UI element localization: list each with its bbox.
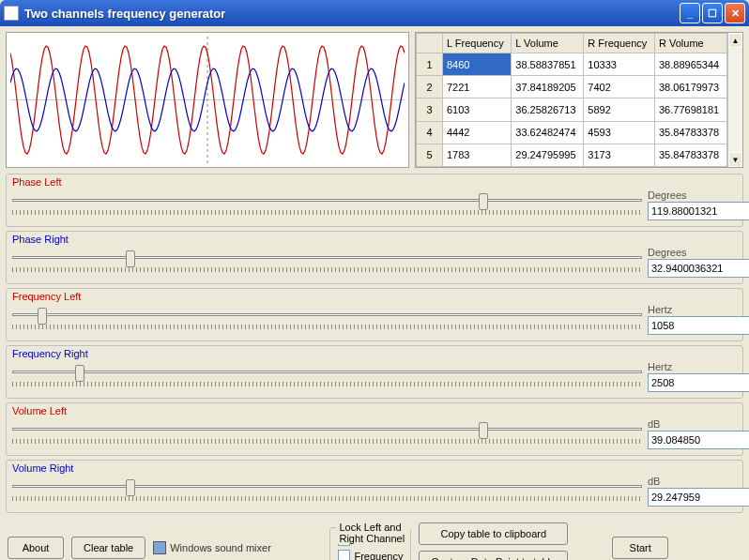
vol-right-slider[interactable]: [12, 476, 642, 498]
slider-thumb[interactable]: [126, 479, 135, 496]
minimize-button[interactable]: _: [680, 3, 700, 23]
phase-right-unit: Degrees: [648, 247, 737, 258]
mixer-label: Windows sound mixer: [170, 542, 271, 553]
about-button[interactable]: About: [8, 537, 64, 559]
slider-thumb[interactable]: [479, 422, 488, 439]
data-table-panel: L Frequency L Volume R Frequency R Volum…: [415, 32, 743, 168]
freq-right-group: Frequency Right Hertz ▲▼: [6, 345, 743, 399]
col-r-volume[interactable]: R Volume: [654, 34, 726, 53]
cell-l-frequency[interactable]: 6103: [443, 98, 512, 121]
slider-thumb[interactable]: [38, 308, 47, 325]
cell-r-volume[interactable]: 36.77698181: [654, 98, 726, 121]
waveform-panel: [6, 32, 409, 168]
phase-left-input[interactable]: [648, 202, 749, 220]
row-header: 4: [417, 121, 443, 144]
cell-l-volume[interactable]: 36.25826713: [512, 98, 584, 121]
mixer-icon: [153, 541, 166, 554]
cell-l-frequency[interactable]: 1783: [443, 144, 512, 166]
vol-left-label: Volume Left: [12, 405, 737, 416]
start-button[interactable]: Start: [612, 537, 668, 559]
cell-r-volume[interactable]: 35.84783378: [654, 121, 726, 144]
freq-left-slider[interactable]: [12, 304, 642, 326]
lock-frequency-label: Frequency: [354, 551, 403, 561]
slider-thumb[interactable]: [75, 365, 84, 382]
slider-thumb[interactable]: [126, 250, 135, 267]
col-l-frequency[interactable]: L Frequency: [443, 34, 512, 53]
row-header: 1: [417, 53, 443, 76]
phase-right-group: Phase Right Degrees: [6, 231, 743, 284]
lock-channel-group: Lock Left and Right Channel Volume Frequ…: [329, 527, 411, 560]
table-corner: [417, 34, 443, 53]
cell-l-frequency[interactable]: 8460: [443, 53, 512, 76]
table-row[interactable]: 2 7221 37.84189205 7402 38.06179973: [417, 76, 727, 98]
freq-right-unit: Hertz: [648, 361, 737, 372]
vol-right-input[interactable]: [648, 488, 749, 507]
table-row[interactable]: 5 1783 29.24795995 3173 35.84783378: [417, 144, 727, 166]
cell-l-volume[interactable]: 38.58837851: [512, 53, 584, 76]
phase-right-slider[interactable]: [12, 247, 642, 269]
phase-right-input[interactable]: [648, 259, 749, 278]
freq-left-group: Frequency Left Hertz ▲▼: [6, 288, 743, 341]
maximize-button[interactable]: ☐: [702, 3, 723, 23]
cell-l-volume[interactable]: 29.24795995: [512, 144, 584, 166]
row-header: 5: [417, 144, 443, 166]
app-icon: [4, 6, 19, 21]
table-row[interactable]: 3 6103 36.25826713 5892 36.77698181: [417, 98, 727, 121]
col-l-volume[interactable]: L Volume: [512, 34, 584, 53]
col-r-frequency[interactable]: R Frequency: [584, 34, 655, 53]
lock-group-title: Lock Left and Right Channel: [336, 522, 410, 544]
phase-right-label: Phase Right: [12, 234, 737, 245]
freq-left-unit: Hertz: [648, 304, 737, 315]
cell-r-frequency[interactable]: 10333: [584, 53, 655, 76]
vol-right-unit: dB: [648, 476, 737, 487]
cell-r-frequency[interactable]: 5892: [584, 98, 655, 121]
cell-l-volume[interactable]: 33.62482474: [512, 121, 584, 144]
cell-r-frequency[interactable]: 3173: [584, 144, 655, 166]
cell-r-volume[interactable]: 38.06179973: [654, 76, 726, 98]
cell-r-frequency[interactable]: 7402: [584, 76, 655, 98]
vol-left-unit: dB: [648, 418, 737, 430]
vol-left-slider[interactable]: [12, 418, 642, 441]
slider-thumb[interactable]: [479, 193, 488, 210]
cell-r-volume[interactable]: 35.84783378: [654, 144, 726, 166]
table-row[interactable]: 4 4442 33.62482474 4593 35.84783378: [417, 121, 727, 144]
vol-right-label: Volume Right: [12, 462, 737, 474]
phase-left-unit: Degrees: [648, 189, 737, 201]
vol-right-group: Volume Right dB ▲▼: [6, 460, 743, 513]
lock-frequency-checkbox[interactable]: Frequency: [338, 550, 403, 560]
scroll-up-icon[interactable]: ▲: [728, 33, 742, 48]
freq-right-input[interactable]: [648, 373, 749, 392]
phase-left-group: Phase Left Degrees: [6, 174, 743, 227]
cell-r-volume[interactable]: 38.88965344: [654, 53, 726, 76]
phase-left-label: Phase Left: [12, 176, 737, 188]
freq-left-label: Frequency Left: [12, 291, 737, 302]
phase-left-slider[interactable]: [12, 189, 642, 212]
titlebar: Two channels frequency generator _ ☐ ✕: [0, 0, 749, 26]
copy-table-button[interactable]: Copy table to clipboard: [419, 522, 568, 545]
data-table[interactable]: L Frequency L Volume R Frequency R Volum…: [416, 33, 727, 167]
table-scrollbar[interactable]: ▲ ▼: [727, 33, 742, 167]
vol-left-input[interactable]: [648, 431, 749, 449]
clear-table-button[interactable]: Clear table: [71, 537, 145, 559]
row-header: 2: [417, 76, 443, 98]
checkbox-icon: [338, 550, 350, 560]
window-title: Two channels frequency generator: [24, 7, 680, 21]
cell-l-volume[interactable]: 37.84189205: [512, 76, 584, 98]
scroll-down-icon[interactable]: ▼: [728, 152, 742, 167]
table-row[interactable]: 1 8460 38.58837851 10333 38.88965344: [417, 53, 727, 76]
cell-l-frequency[interactable]: 4442: [443, 121, 512, 144]
cell-l-frequency[interactable]: 7221: [443, 76, 512, 98]
close-button[interactable]: ✕: [725, 3, 745, 23]
capture-datapoint-button[interactable]: Capture Data Point to table: [419, 551, 568, 560]
waveform-canvas: [10, 37, 405, 163]
row-header: 3: [417, 98, 443, 121]
sound-mixer-link[interactable]: Windows sound mixer: [153, 541, 271, 554]
cell-r-frequency[interactable]: 4593: [584, 121, 655, 144]
freq-right-slider[interactable]: [12, 361, 642, 384]
freq-right-label: Frequency Right: [12, 348, 737, 359]
vol-left-group: Volume Left dB ▲▼: [6, 402, 743, 456]
freq-left-input[interactable]: [648, 316, 749, 335]
